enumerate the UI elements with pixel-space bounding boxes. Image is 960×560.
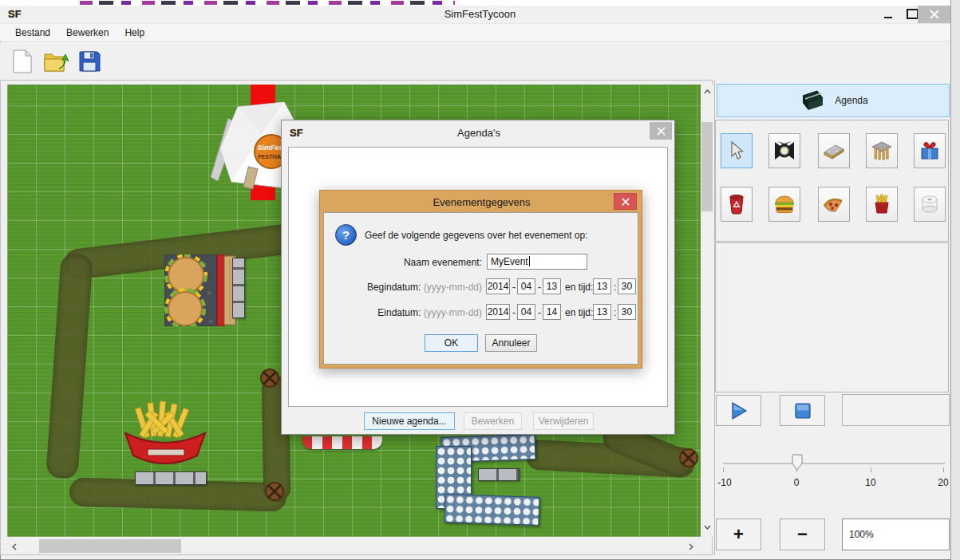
chevron-up-icon <box>704 89 711 94</box>
map-bench-small[interactable] <box>478 468 520 481</box>
chevron-right-icon <box>689 543 693 550</box>
zoom-level-field[interactable]: 100% <box>842 519 950 550</box>
horizontal-scroll-thumb[interactable] <box>39 539 181 553</box>
agenda-button[interactable]: Agenda <box>717 84 950 117</box>
end-minute-input[interactable]: 30 <box>618 304 636 320</box>
close-icon <box>622 198 630 206</box>
speed-slider-thumb[interactable] <box>792 454 803 473</box>
menu-help[interactable]: Help <box>117 25 152 41</box>
background-window-sliver <box>0 0 960 6</box>
time-separator: : <box>614 307 616 318</box>
window-right-edge <box>950 0 960 560</box>
scroll-up-button[interactable] <box>701 86 713 97</box>
end-month-input[interactable]: 04 <box>517 304 535 320</box>
close-icon <box>930 10 939 19</box>
play-button[interactable] <box>716 395 761 426</box>
agenda-book-icon <box>798 89 825 112</box>
tool-fries-button[interactable] <box>866 187 898 222</box>
agendas-close-button[interactable] <box>650 122 672 140</box>
close-button[interactable] <box>918 6 950 23</box>
tool-pizza-button[interactable] <box>818 187 850 222</box>
map-striped-tent[interactable] <box>302 436 382 449</box>
event-close-button[interactable] <box>614 193 637 210</box>
slider-tick <box>871 467 871 472</box>
stage-icon <box>871 140 893 161</box>
map-grandstand-bottom[interactable] <box>444 494 539 526</box>
tool-spotlight-button[interactable] <box>768 133 800 168</box>
end-day-input[interactable]: 14 <box>543 304 561 320</box>
cancel-button[interactable]: Annuleer <box>485 334 537 352</box>
stop-button[interactable] <box>780 395 825 426</box>
minimize-button[interactable] <box>876 6 900 22</box>
scroll-down-button[interactable] <box>701 522 713 533</box>
text-caret <box>529 256 530 266</box>
close-icon <box>657 127 666 136</box>
save-button[interactable] <box>77 49 102 74</box>
fries-icon <box>872 194 891 215</box>
minimize-icon <box>884 17 892 18</box>
chevron-down-icon <box>704 525 711 530</box>
date-separator: - <box>512 282 516 293</box>
begin-month-input[interactable]: 04 <box>517 278 535 294</box>
ok-button[interactable]: OK <box>425 334 478 352</box>
begin-minute-input[interactable]: 30 <box>618 278 636 294</box>
tool-cursor-button[interactable] <box>721 133 753 168</box>
slider-label: 20 <box>938 477 948 488</box>
new-file-button[interactable] <box>10 49 35 74</box>
scroll-right-button[interactable] <box>685 538 697 554</box>
play-icon <box>729 401 749 420</box>
scroll-left-button[interactable] <box>9 538 20 554</box>
map-windmill-right <box>678 448 699 468</box>
tool-toilet-paper-button[interactable] <box>914 187 946 222</box>
app-window: SF SimFestTycoon Bestand Bewerken Help <box>0 0 960 560</box>
end-year-input[interactable]: 2014 <box>486 304 510 320</box>
vertical-scroll-thumb[interactable] <box>701 122 713 211</box>
maximize-icon <box>907 9 919 19</box>
event-details-dialog: Evenementgegevens ? Geef de volgende geg… <box>319 190 642 369</box>
save-floppy-icon <box>78 50 101 73</box>
open-file-button[interactable] <box>43 49 69 74</box>
begin-hour-input[interactable]: 13 <box>593 278 611 294</box>
background-text-blur <box>80 1 455 5</box>
chevron-left-icon <box>12 543 17 550</box>
right-panel: Agenda <box>714 80 950 555</box>
map-horizontal-scrollbar[interactable] <box>7 538 701 554</box>
burger-icon <box>773 195 796 214</box>
menu-bewerken[interactable]: Bewerken <box>59 25 116 41</box>
toolbar <box>0 42 960 80</box>
speed-slider-track[interactable] <box>723 463 945 464</box>
gift-icon <box>919 140 940 161</box>
event-name-label: Naam evenement: <box>324 257 482 268</box>
begin-day-input[interactable]: 13 <box>543 278 561 294</box>
map-bench-horizontal[interactable] <box>135 471 207 485</box>
map-burger-stand[interactable] <box>164 254 236 329</box>
zoom-out-button[interactable]: − <box>780 519 825 550</box>
toilet-paper-icon <box>919 194 940 215</box>
begin-date-label: Begindatum: (yyyy-mm-dd) <box>324 282 482 293</box>
menu-bestand[interactable]: Bestand <box>8 25 57 41</box>
stop-icon <box>794 402 812 420</box>
pizza-icon <box>823 195 845 214</box>
tool-stage-button[interactable] <box>866 133 898 168</box>
begin-time-label: en tijd: <box>565 282 593 293</box>
end-date-label: Eindatum: (yyyy-mm-dd) <box>324 307 482 318</box>
event-dialog-body: ? Geef de volgende gegevens over het eve… <box>323 212 638 365</box>
end-hour-input[interactable]: 13 <box>593 304 611 320</box>
tool-gift-button[interactable] <box>914 133 946 168</box>
end-time-label: en tijd: <box>565 307 593 318</box>
event-dialog-title: Evenementgegevens <box>320 196 643 208</box>
zoom-in-button[interactable]: + <box>716 519 761 550</box>
new-file-icon <box>12 49 33 73</box>
new-agenda-button[interactable]: Nieuwe agenda... <box>364 412 455 430</box>
open-folder-icon <box>43 49 69 73</box>
event-name-input[interactable]: MyEvent <box>487 254 587 270</box>
map-vertical-scrollbar[interactable] <box>701 85 713 537</box>
date-format-hint: (yyyy-mm-dd) <box>424 307 482 318</box>
begin-year-input[interactable]: 2014 <box>486 278 510 294</box>
tool-path-button[interactable] <box>818 133 850 168</box>
map-bench-vertical[interactable] <box>232 258 245 318</box>
tool-trash-button[interactable] <box>721 187 753 222</box>
map-fries-stand[interactable] <box>120 400 210 472</box>
tool-burger-button[interactable] <box>768 187 800 222</box>
menu-bar: Bestand Bewerken Help <box>0 23 959 41</box>
